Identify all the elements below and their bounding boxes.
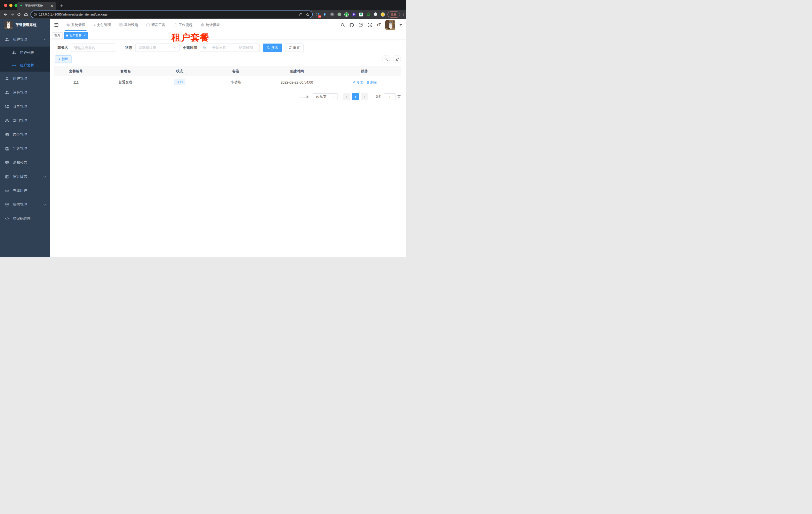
- avatar[interactable]: ❀: [385, 20, 395, 30]
- ext-chat-icon[interactable]: [359, 12, 363, 17]
- tab-workflow[interactable]: 工作流程: [172, 19, 194, 31]
- briefcase-icon: [146, 23, 150, 27]
- plus-icon: +: [58, 57, 60, 61]
- browser-tab[interactable]: 芋道管理系统 ✕: [17, 2, 56, 10]
- calendar-icon: [203, 46, 206, 50]
- minimize-window-button[interactable]: [9, 4, 12, 7]
- url-text[interactable]: 127.0.0.1:48080/admin-ui/system/tenant/p…: [39, 13, 297, 16]
- ext-y-green-icon[interactable]: y: [344, 12, 349, 17]
- date-end-placeholder[interactable]: 结束日期: [234, 46, 257, 50]
- delete-link[interactable]: 删除: [367, 80, 377, 85]
- status-badge: 开启: [174, 79, 185, 85]
- ext-command-icon[interactable]: ⌘: [330, 12, 334, 17]
- tree-icon: [5, 105, 9, 109]
- sidebar-item-dict-management[interactable]: 字典管理: [0, 142, 50, 156]
- table-header-row: 套餐编号 套餐名 状态 备注 创建时间 操作: [54, 66, 401, 76]
- col-header-actions: 操作: [328, 69, 401, 74]
- goto-page-input[interactable]: [384, 93, 396, 100]
- cell-actions: 修改 删除: [328, 80, 401, 85]
- sidebar-item-sms-management[interactable]: 短信管理: [0, 198, 50, 212]
- tab-payment-management[interactable]: ¥ 支付管理: [92, 19, 112, 31]
- forward-button[interactable]: [9, 11, 15, 18]
- tab-close-icon[interactable]: ✕: [50, 4, 54, 8]
- data-table: 套餐编号 套餐名 状态 备注 创建时间 操作 111 普通套餐 开启 小功能: [54, 66, 401, 88]
- message-icon: [5, 161, 9, 165]
- tag-tenant-package[interactable]: 租户套餐 ✕: [64, 32, 88, 39]
- dict-icon: [5, 147, 9, 151]
- search-button[interactable]: 搜索: [263, 44, 282, 52]
- dashboard-icon: [201, 23, 204, 27]
- col-header-remark: 备注: [206, 69, 265, 74]
- sidebar-item-notice[interactable]: 通知公告: [0, 156, 50, 170]
- ext-star-icon[interactable]: [366, 12, 371, 17]
- back-button[interactable]: [2, 11, 8, 18]
- ext-tasks-icon[interactable]: 10: [315, 12, 320, 17]
- font-size-icon[interactable]: тT: [377, 23, 381, 27]
- close-window-button[interactable]: [4, 4, 7, 7]
- sidebar-item-post-management[interactable]: 岗位管理: [0, 128, 50, 142]
- add-button[interactable]: + 新增: [55, 55, 72, 63]
- tag-home[interactable]: 首页: [52, 32, 62, 39]
- site-info-icon[interactable]: [33, 13, 37, 16]
- fullscreen-icon[interactable]: [368, 23, 372, 27]
- status-filter-select[interactable]: 请选择状态: [135, 44, 179, 52]
- name-filter-input[interactable]: [71, 44, 116, 52]
- search-icon[interactable]: [341, 23, 345, 27]
- sidebar-item-tenant-management[interactable]: 租户管理: [0, 32, 50, 47]
- toggle-search-button[interactable]: [382, 55, 390, 63]
- date-range-picker[interactable]: 开始日期 - 结束日期: [200, 44, 260, 52]
- tag-close-icon[interactable]: ✕: [84, 34, 86, 37]
- ext-emoji-icon[interactable]: [380, 12, 385, 17]
- tab-system-management[interactable]: 系统管理: [65, 19, 87, 31]
- tab-dev-tools[interactable]: 研发工具: [145, 19, 167, 31]
- browser-update-button[interactable]: 更新: [387, 11, 400, 18]
- sidebar-item-tenant-list[interactable]: 租户列表: [0, 47, 50, 59]
- page-size-select[interactable]: 10条/页: [313, 93, 338, 100]
- new-tab-button[interactable]: +: [58, 2, 65, 9]
- reload-button[interactable]: [16, 11, 22, 18]
- ext-gem-icon[interactable]: [322, 12, 327, 17]
- avatar-caret-icon[interactable]: [400, 24, 402, 26]
- sidebar-item-online-users[interactable]: 在线用户: [0, 184, 50, 198]
- sidebar-item-errorcode-management[interactable]: 错误码管理: [0, 212, 50, 226]
- app-title: 芋道管理系统: [16, 23, 36, 27]
- browser-menu-icon[interactable]: ⋮: [402, 14, 404, 15]
- date-separator: -: [231, 46, 235, 50]
- reset-button[interactable]: 重置: [285, 44, 304, 52]
- sidebar-item-audit-log[interactable]: 审计日志: [0, 170, 50, 184]
- ext-puzzle-icon[interactable]: [373, 12, 378, 17]
- url-bar[interactable]: 127.0.0.1:48080/admin-ui/system/tenant/p…: [31, 11, 312, 18]
- cell-id: 111: [54, 80, 98, 84]
- chevron-down-icon: [43, 204, 46, 206]
- tab-reports[interactable]: 统计报表: [200, 19, 221, 31]
- date-start-placeholder[interactable]: 开始日期: [208, 46, 231, 50]
- content: 套餐名 状态 请选择状态 创建时间: [50, 44, 406, 100]
- sidebar-logo-row[interactable]: 芋道管理系统: [0, 19, 50, 31]
- ext-badge: 10: [318, 15, 321, 18]
- edit-link[interactable]: 修改: [353, 80, 363, 85]
- people-icon: [5, 90, 9, 94]
- code-icon: [5, 217, 9, 221]
- share-icon[interactable]: [299, 12, 303, 17]
- home-button[interactable]: [23, 11, 29, 18]
- help-icon[interactable]: [358, 23, 363, 27]
- ext-shield-icon[interactable]: [351, 12, 356, 17]
- page-number-1[interactable]: 1: [352, 93, 359, 100]
- sidebar-collapse-icon[interactable]: [54, 22, 59, 28]
- ext-green-dot-icon[interactable]: [337, 12, 342, 17]
- cell-created: 2022-02-22 00:54:00: [265, 80, 328, 84]
- refresh-table-button[interactable]: [393, 55, 401, 63]
- cell-name: 普通套餐: [98, 80, 153, 85]
- sidebar-item-user-management[interactable]: 用户管理: [0, 72, 50, 86]
- next-page-button[interactable]: [361, 93, 368, 100]
- tab-infrastructure[interactable]: 基础设施: [118, 19, 139, 31]
- bookmark-star-icon[interactable]: [306, 12, 310, 17]
- sidebar-item-menu-management[interactable]: 菜单管理: [0, 100, 50, 114]
- sidebar-item-tenant-package[interactable]: 租户套餐: [0, 59, 50, 72]
- status-filter-label: 状态: [125, 46, 132, 50]
- prev-page-button[interactable]: [343, 93, 350, 100]
- goto-label: 前往: [376, 94, 382, 99]
- sidebar-item-role-management[interactable]: 角色管理: [0, 86, 50, 100]
- github-icon[interactable]: [349, 23, 354, 28]
- sidebar-item-dept-management[interactable]: 部门管理: [0, 114, 50, 128]
